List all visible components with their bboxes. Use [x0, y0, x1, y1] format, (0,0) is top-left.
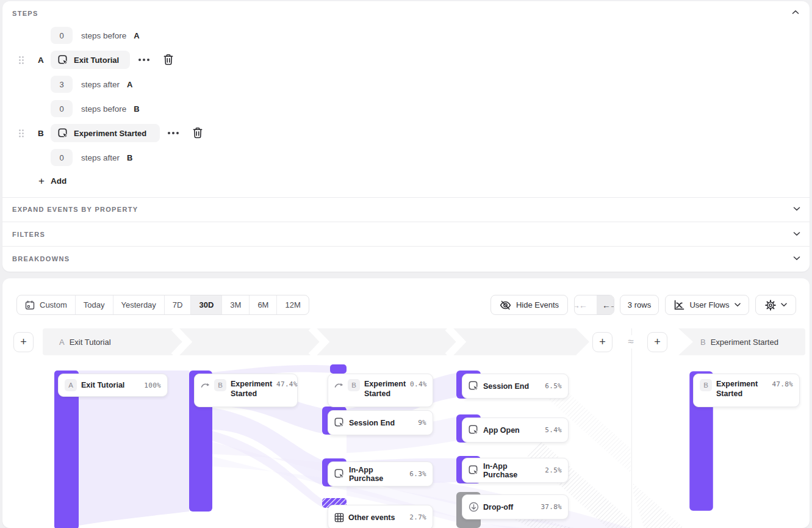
plus-icon: +: [38, 176, 45, 186]
event-click-icon: [58, 55, 68, 65]
collapse-columns-button[interactable]: →←: [574, 295, 592, 314]
step-b-event-name: Experiment Started: [74, 129, 146, 138]
add-column-before-b-button[interactable]: +: [647, 332, 667, 352]
hide-events-button[interactable]: Hide Events: [490, 295, 568, 315]
chevron-down-icon[interactable]: [793, 206, 800, 211]
section-break-symbol: ≈: [623, 335, 638, 349]
user-flows-report: STEPS 0 steps beforeA A Exit Tutorial 3 …: [0, 0, 812, 528]
chevron-down-icon[interactable]: [793, 256, 800, 261]
flow-node-experiment-started[interactable]: B Experiment Started 47.4%: [194, 374, 298, 407]
step-b-badge: B: [214, 379, 226, 391]
grid-icon: [334, 513, 344, 523]
steps-before-b-label: steps beforeB: [81, 100, 140, 117]
flow-node-experiment-started-b[interactable]: B Experiment Started 47.8%: [693, 374, 800, 407]
expand-columns-button[interactable]: ←→: [597, 295, 614, 314]
step-b-letter: B: [38, 129, 44, 138]
settings-dropdown[interactable]: [755, 295, 796, 315]
steps-after-b-label: steps afterB: [81, 149, 132, 166]
range-30d-selected[interactable]: 30D: [190, 295, 221, 314]
range-7d[interactable]: 7D: [164, 295, 191, 314]
steps-after-b-input[interactable]: 0: [51, 149, 73, 166]
date-range-selector: Custom Today Yesterday 7D 30D 3M 6M 12M: [16, 295, 309, 315]
trash-icon[interactable]: [163, 54, 174, 65]
drop-off-icon: [469, 502, 479, 512]
range-today[interactable]: Today: [75, 295, 113, 314]
eye-off-icon: [500, 300, 511, 311]
range-3m[interactable]: 3M: [221, 295, 249, 314]
drag-handle-icon[interactable]: [18, 56, 24, 65]
view-type-dropdown[interactable]: User Flows: [665, 295, 749, 315]
section-filters[interactable]: FILTERS: [12, 231, 45, 238]
collapse-expand-toggle: →← ←→: [574, 295, 614, 315]
step-b-event-button[interactable]: Experiment Started: [51, 124, 160, 142]
range-6m[interactable]: 6M: [249, 295, 276, 314]
event-click-icon: [334, 418, 345, 428]
section-divider: [2, 197, 810, 198]
flow-node-app-open[interactable]: App Open 5.4%: [462, 418, 569, 443]
flow-node-session-end-2[interactable]: Session End 6.5%: [462, 374, 569, 399]
node-bar-experiment-started-small[interactable]: [330, 364, 347, 374]
flow-node-in-app-purchase[interactable]: In-App Purchase 6.3%: [328, 461, 433, 486]
chevron-down-icon: [735, 303, 741, 307]
steps-before-b-input[interactable]: 0: [51, 100, 73, 117]
drag-handle-icon[interactable]: [18, 129, 24, 138]
chevron-down-icon[interactable]: [793, 231, 800, 236]
step-b-badge: B: [700, 379, 712, 391]
flow-node-session-end[interactable]: Session End 9%: [328, 410, 433, 435]
steps-after-a-label: steps afterA: [81, 76, 132, 93]
section-divider: [2, 246, 810, 247]
flow-node-exit-tutorial[interactable]: A Exit Tutorial 100%: [58, 374, 168, 397]
range-12m[interactable]: 12M: [276, 295, 308, 314]
section-expand-events[interactable]: EXPAND EVENTS BY PROPERTY: [12, 206, 138, 213]
calendar-icon: [25, 300, 35, 310]
trash-icon[interactable]: [192, 127, 203, 139]
event-click-icon: [469, 465, 479, 476]
more-options-icon[interactable]: [137, 57, 151, 63]
chevron-down-icon: [781, 303, 787, 307]
event-click-icon: [469, 425, 479, 435]
more-options-icon[interactable]: [167, 130, 180, 136]
chevron-up-icon[interactable]: [792, 10, 799, 15]
steps-before-a-label: steps beforeA: [81, 27, 140, 44]
add-step-button[interactable]: + Add: [38, 176, 66, 186]
flow-node-experiment-started-2[interactable]: B Experiment Started 0.4%: [328, 374, 433, 407]
add-column-left-button[interactable]: +: [13, 332, 34, 352]
step-a-event-name: Exit Tutorial: [74, 56, 119, 65]
step-a-badge: A: [65, 379, 77, 391]
range-yesterday[interactable]: Yesterday: [113, 295, 164, 314]
steps-section-title: STEPS: [12, 10, 38, 17]
range-custom[interactable]: Custom: [17, 295, 75, 314]
jump-ahead-icon: [201, 379, 210, 388]
flow-node-other-events[interactable]: Other events 2.7%: [328, 505, 433, 528]
steps-after-a-input[interactable]: 3: [51, 76, 73, 93]
step-b-badge: B: [348, 379, 360, 391]
flow-header-b[interactable]: B Experiment Started: [700, 338, 778, 347]
flow-header-a[interactable]: A Exit Tutorial: [59, 338, 111, 347]
event-click-icon: [58, 128, 68, 139]
jump-ahead-icon: [334, 379, 343, 388]
add-column-after-a-button[interactable]: +: [592, 332, 613, 352]
steps-before-a-input[interactable]: 0: [51, 27, 73, 44]
rows-count-button[interactable]: 3 rows: [620, 295, 659, 315]
gear-icon: [765, 300, 776, 311]
section-breakdowns[interactable]: BREAKDOWNS: [12, 255, 70, 262]
step-a-event-button[interactable]: Exit Tutorial: [51, 51, 130, 69]
section-break-divider: [631, 328, 632, 528]
flow-node-in-app-purchase-2[interactable]: In-App Purchase 2.5%: [462, 458, 569, 483]
event-click-icon: [334, 469, 345, 479]
section-divider: [2, 222, 810, 222]
flows-chart-icon: [674, 300, 684, 311]
event-click-icon: [469, 381, 479, 391]
step-a-letter: A: [38, 56, 44, 65]
flow-node-drop-off[interactable]: Drop-off 37.8%: [462, 494, 569, 519]
